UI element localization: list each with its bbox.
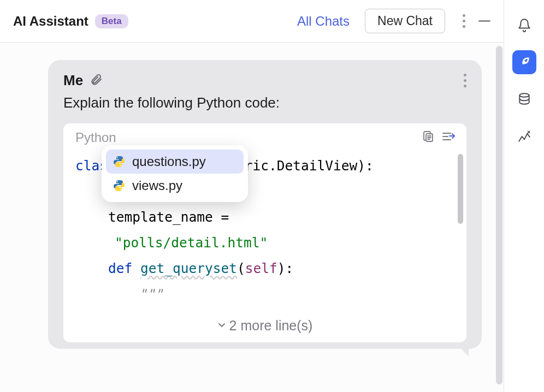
new-chat-button[interactable]: New Chat (365, 9, 445, 33)
code-scrollbar[interactable] (458, 154, 463, 224)
code-language-label: Python (75, 130, 116, 145)
panel-header: AI Assistant Beta All Chats New Chat (0, 0, 504, 43)
pane-scrollbar[interactable] (496, 46, 502, 384)
ai-assistant-panel: AI Assistant Beta All Chats New Chat Me … (0, 0, 504, 392)
dropdown-item-questions[interactable]: questions.py (106, 150, 244, 174)
svg-point-6 (519, 93, 529, 97)
svg-point-5 (523, 61, 525, 64)
notifications-icon[interactable] (512, 13, 536, 37)
chart-icon[interactable] (512, 124, 536, 149)
user-message-card: Me Explain the following Python code: Py… (48, 60, 482, 349)
message-author: Me (63, 72, 83, 89)
beta-badge: Beta (95, 14, 128, 28)
insert-code-icon[interactable] (441, 130, 456, 145)
dropdown-item-label: questions.py (132, 154, 206, 169)
svg-point-1 (117, 157, 118, 158)
attachment-icon[interactable] (90, 73, 103, 88)
all-chats-link[interactable]: All Chats (297, 14, 350, 29)
chevron-down-icon (217, 317, 226, 332)
dropdown-item-views[interactable]: views.py (106, 174, 244, 198)
file-attachment-dropdown: questions.py views.py (102, 145, 248, 202)
tool-window-rail (504, 0, 544, 392)
message-menu-icon[interactable] (464, 74, 466, 87)
svg-point-4 (120, 189, 121, 190)
database-icon[interactable] (512, 87, 536, 111)
svg-point-3 (117, 181, 118, 182)
svg-point-2 (120, 165, 121, 166)
copy-code-icon[interactable] (422, 130, 435, 145)
expand-code-button[interactable]: 2 more line(s) (63, 311, 466, 342)
dropdown-item-label: views.py (132, 178, 182, 193)
python-file-icon (113, 179, 126, 192)
python-file-icon (113, 155, 126, 168)
chat-scroll-area: Me Explain the following Python code: Py… (0, 43, 504, 392)
minimize-icon[interactable] (478, 20, 490, 22)
ai-assistant-icon[interactable] (512, 50, 536, 74)
message-text: Explain the following Python code: (63, 94, 466, 111)
panel-title: AI Assistant (13, 14, 88, 29)
panel-menu-icon[interactable] (463, 14, 465, 28)
